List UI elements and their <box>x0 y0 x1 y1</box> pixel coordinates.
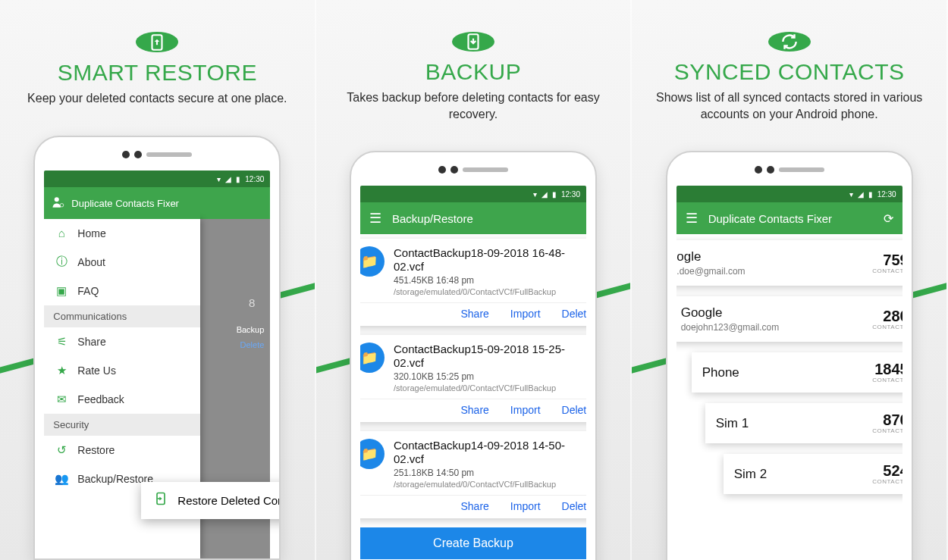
refresh-icon[interactable]: ⟳ <box>884 211 893 226</box>
drawer-item-home[interactable]: ⌂Home <box>44 219 200 247</box>
app-bar: ☰ Duplicate Contacts Fixer ⟳ <box>676 202 902 234</box>
bg-suffix: Backup <box>237 325 265 334</box>
account-count: 759 <box>872 252 902 267</box>
status-bar: ▾ ◢ ▮ 12:30 <box>360 186 586 202</box>
backup-filename: ContactBackup15-09-2018 15-25-02.vcf <box>394 343 586 370</box>
count-unit: CONTACTS <box>872 427 902 434</box>
svg-point-2 <box>61 203 64 207</box>
bg-number: 8 <box>249 296 255 309</box>
wifi-icon: ▾ <box>533 190 537 199</box>
count-unit: CONTACTS <box>872 377 902 383</box>
backup-card[interactable]: 📁 ContactBackup15-09-2018 15-25-02.vcf 3… <box>360 335 586 422</box>
count-unit: CONTACTS <box>872 267 902 274</box>
drawer-label: Rate Us <box>77 364 116 377</box>
battery-icon: ▮ <box>552 190 557 199</box>
account-count: 870 <box>872 412 902 427</box>
drawer-label: FAQ <box>77 285 99 297</box>
battery-icon: ▮ <box>868 190 873 199</box>
delete-action[interactable]: Delete <box>562 308 586 320</box>
appbar-title: Duplicate Contacts Fixer <box>708 212 832 225</box>
wifi-icon: ▾ <box>849 190 853 199</box>
import-action[interactable]: Import <box>510 404 541 416</box>
hamburger-icon[interactable]: ☰ <box>686 210 698 227</box>
drawer-item-share[interactable]: ⚟Share <box>44 327 200 356</box>
account-count: 1845 <box>872 361 902 377</box>
accounts-list: Googlejohn.doe@gmail.com 759CONTACTS › G… <box>676 240 902 494</box>
user-gear-icon <box>52 196 65 211</box>
share-action[interactable]: Share <box>460 308 488 320</box>
account-email: john.doe@gmail.com <box>676 266 873 277</box>
drawer-item-about[interactable]: ⓘAbout <box>44 247 200 277</box>
hamburger-icon[interactable]: ☰ <box>369 210 381 227</box>
backup-filename: ContactBackup18-09-2018 16-48-02.vcf <box>394 246 586 274</box>
wifi-icon: ▾ <box>217 175 221 183</box>
drawer-section-communications: Communications <box>44 305 200 327</box>
import-action[interactable]: Import <box>510 308 541 320</box>
share-action[interactable]: Share <box>460 404 488 416</box>
account-row[interactable]: Sim 2 524CONTACTS › <box>724 454 902 494</box>
appbar-title: Backup/Restore <box>392 212 473 225</box>
import-action[interactable]: Import <box>510 500 541 512</box>
drawer-item-faq[interactable]: ▣FAQ <box>44 277 200 305</box>
battery-icon: ▮ <box>236 175 240 183</box>
backup-path: /storage/emulated/0/ContactVCf/FullBacku… <box>394 480 586 489</box>
drawer-item-feedback[interactable]: ✉Feedback <box>44 385 200 414</box>
home-icon: ⌂ <box>55 227 68 239</box>
account-row[interactable]: Phone 1845CONTACTS › <box>692 352 902 393</box>
drawer-label: Home <box>77 227 105 239</box>
account-name: Sim 2 <box>734 467 873 482</box>
info-icon: ⓘ <box>55 255 68 269</box>
phone-mockup: ▾ ◢ ▮ 12:30 ☰ Duplicate Contacts Fixer ⟳… <box>666 151 913 560</box>
backup-meta: 451.45KB 16:48 pm <box>394 275 586 286</box>
count-unit: CONTACTS <box>872 324 902 330</box>
account-row[interactable]: Googledoejohn123@gmail.com 280CONTACTS › <box>676 296 902 342</box>
app-bar: ☰ Backup/Restore <box>360 202 586 234</box>
account-name: Sim 1 <box>716 416 873 431</box>
drawer-label: About <box>77 256 105 268</box>
backup-card[interactable]: 📁 ContactBackup14-09-2018 14-50-02.vcf 2… <box>360 431 586 518</box>
account-row[interactable]: Googlejohn.doe@gmail.com 759CONTACTS › <box>676 240 902 286</box>
account-name: Google <box>681 305 873 321</box>
star-icon: ★ <box>55 364 68 377</box>
restore-callout-icon <box>153 491 168 510</box>
status-time: 12:30 <box>877 190 896 199</box>
status-bar: ▾ ◢ ▮ 12:30 <box>44 171 270 187</box>
drawer-label: Share <box>77 336 105 348</box>
panel-smart-restore: SMART RESTORE Keep your deleted contacts… <box>0 0 316 560</box>
drawer-title-text: Duplicate Contacts Fixer <box>71 198 179 209</box>
count-unit: CONTACTS <box>872 478 902 485</box>
delete-action[interactable]: Delete <box>562 500 586 512</box>
signal-icon: ◢ <box>858 190 864 199</box>
drawer-header: Duplicate Contacts Fixer <box>44 187 200 219</box>
restore-callout-text: Restore Deleted Contacts <box>177 494 281 507</box>
account-name: Google <box>676 249 873 264</box>
backup-header-icon <box>452 32 494 52</box>
backup-path: /storage/emulated/0/ContactVCf/FullBacku… <box>394 383 586 393</box>
status-time: 12:30 <box>245 175 264 183</box>
panel-title: BACKUP <box>425 59 521 85</box>
account-row[interactable]: Sim 1 870CONTACTS › <box>705 403 902 443</box>
drawer-item-rate[interactable]: ★Rate Us <box>44 356 200 385</box>
create-backup-button[interactable]: Create Backup <box>360 527 586 559</box>
delete-action[interactable]: Delete <box>562 404 586 416</box>
account-count: 524 <box>872 463 902 478</box>
panel-subtitle: Takes backup before deleting contacts fo… <box>329 89 617 122</box>
share-action[interactable]: Share <box>460 500 488 512</box>
folder-icon: 📁 <box>360 246 385 277</box>
bg-delete-link[interactable]: Delete <box>240 340 265 349</box>
panel-title: SMART RESTORE <box>58 60 257 86</box>
phone-mockup: ▾ ◢ ▮ 12:30 8 Backup Delete Duplicate Co… <box>33 136 281 560</box>
account-name: Phone <box>702 365 873 380</box>
share-icon: ⚟ <box>55 335 68 349</box>
backup-card[interactable]: 📁 ContactBackup18-09-2018 16-48-02.vcf 4… <box>360 239 586 326</box>
restore-icon <box>136 32 178 52</box>
phone-mockup: ▾ ◢ ▮ 12:30 ☰ Backup/Restore 📁 ContactBa… <box>350 151 597 560</box>
account-count: 280 <box>872 308 902 324</box>
backup-icon: 👥 <box>55 472 68 486</box>
backup-meta: 320.10KB 15:25 pm <box>394 371 586 382</box>
restore-callout[interactable]: Restore Deleted Contacts <box>141 482 281 519</box>
drawer-item-restore[interactable]: ↺Restore <box>44 436 200 465</box>
status-time: 12:30 <box>561 190 580 199</box>
feedback-icon: ✉ <box>55 393 68 406</box>
panel-title: SYNCED CONTACTS <box>674 59 905 85</box>
